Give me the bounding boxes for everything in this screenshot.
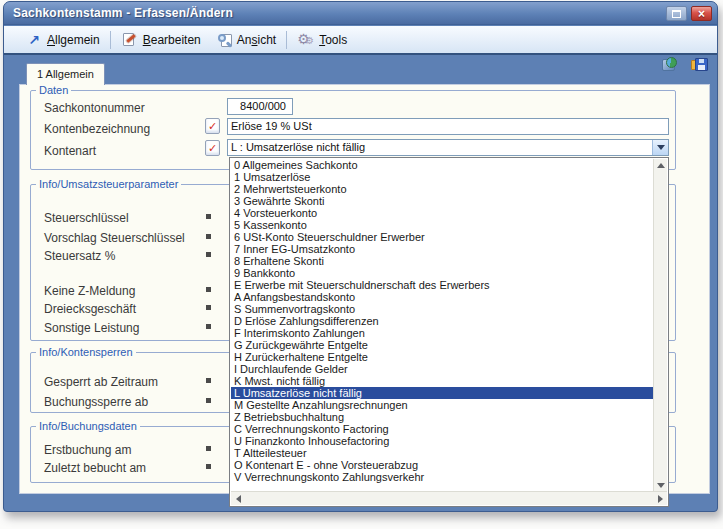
dropdown-item[interactable]: F Interimskonto Zahlungen bbox=[231, 327, 653, 339]
magnifier-icon bbox=[215, 32, 233, 48]
scroll-right-button[interactable] bbox=[653, 493, 667, 505]
dropdown-item[interactable]: S Summenvortragskonto bbox=[231, 303, 653, 315]
field-marker bbox=[206, 252, 211, 257]
label-keine-z-meldung: Keine Z-Meldung bbox=[44, 284, 135, 298]
toolbar-separator bbox=[286, 31, 287, 49]
dropdown-item[interactable]: T Altteilesteuer bbox=[231, 447, 653, 459]
dropdown-item[interactable]: 5 Kassenkonto bbox=[231, 219, 653, 231]
kontenart-dropdown-button[interactable] bbox=[652, 140, 668, 155]
restore-icon bbox=[672, 10, 681, 18]
dropdown-item[interactable]: I Durchlaufende Gelder bbox=[231, 363, 653, 375]
field-marker bbox=[206, 378, 211, 383]
field-marker bbox=[206, 214, 211, 219]
triangle-up-icon bbox=[657, 163, 665, 168]
dropdown-item[interactable]: C Verrechnungskonto Factoring bbox=[231, 423, 653, 435]
close-button[interactable]: × bbox=[691, 6, 712, 21]
toolbar-separator bbox=[110, 31, 111, 49]
kontenart-combobox-value: L : Umsatzerlöse nicht fällig bbox=[228, 140, 652, 155]
close-icon: × bbox=[698, 8, 705, 20]
kontenart-check-button[interactable]: ✓ bbox=[205, 140, 220, 156]
label-zuletzt-bebucht-am: Zuletzt bebucht am bbox=[44, 461, 146, 475]
kontenart-dropdown-list: 0 Allgemeines Sachkonto 1 Umsatzerlöse 2… bbox=[229, 157, 669, 507]
menu-bearbeiten-label: Bearbeiten bbox=[143, 33, 201, 47]
label-sachkontonummer: Sachkontonummer bbox=[44, 101, 145, 115]
menu-tools[interactable]: ⚙⚙ Tools bbox=[290, 30, 354, 50]
field-marker bbox=[206, 398, 211, 403]
menu-bearbeiten[interactable]: Bearbeiten bbox=[114, 30, 208, 50]
kontenart-combobox[interactable]: L : Umsatzerlöse nicht fällig bbox=[227, 139, 669, 156]
dropdown-item[interactable]: Z Betriebsbuchhaltung bbox=[231, 411, 653, 423]
dropdown-item[interactable]: G Zurückgewährte Entgelte bbox=[231, 339, 653, 351]
gears-icon: ⚙⚙ bbox=[297, 32, 315, 48]
group-daten-title: Daten bbox=[36, 84, 71, 96]
group-buchungsdaten-title: Info/Buchungsdaten bbox=[36, 420, 140, 432]
triangle-down-icon bbox=[657, 483, 665, 488]
dropdown-item[interactable]: 2 Mehrwertsteuerkonto bbox=[231, 183, 653, 195]
dropdown-item[interactable]: 8 Erhaltene Skonti bbox=[231, 255, 653, 267]
dropdown-item[interactable]: E Erwerbe mit Steuerschuldnerschaft des … bbox=[231, 279, 653, 291]
dropdown-item[interactable]: M Gestellte Anzahlungsrechnungen bbox=[231, 399, 653, 411]
triangle-right-icon bbox=[658, 495, 663, 503]
field-marker bbox=[206, 234, 211, 239]
menu-ansicht-label: Ansicht bbox=[237, 33, 276, 47]
menu-allgemein[interactable]: ↗ Allgemein bbox=[18, 30, 107, 50]
dropdown-item[interactable]: U Finanzkonto Inhousefactoring bbox=[231, 435, 653, 447]
tab-allgemein[interactable]: 1 Allgemein bbox=[26, 63, 105, 85]
dropdown-item[interactable]: K Mwst. nicht fällig bbox=[231, 375, 653, 387]
red-check-icon: ✓ bbox=[208, 142, 217, 155]
kontenbezeichnung-check-button[interactable]: ✓ bbox=[205, 118, 220, 134]
field-marker bbox=[206, 305, 211, 310]
sachkontonummer-input[interactable]: 8400/000 bbox=[227, 98, 293, 115]
label-vorschlag-steuerschluessel: Vorschlag Steuerschlüssel bbox=[44, 231, 185, 245]
globe-package-icon[interactable] bbox=[661, 56, 679, 74]
window-title: Sachkontenstamm - Erfassen/Ändern bbox=[13, 6, 233, 20]
dropdown-item[interactable]: 4 Vorsteuerkonto bbox=[231, 207, 653, 219]
label-sonstige-leistung: Sonstige Leistung bbox=[44, 321, 139, 335]
triangle-left-icon bbox=[236, 495, 241, 503]
label-kontenart: Kontenart bbox=[44, 144, 96, 158]
label-dreiecksgeschaeft: Dreiecksgeschäft bbox=[44, 302, 136, 316]
screen: Sachkontenstamm - Erfassen/Ändern × ↗ Al… bbox=[0, 0, 723, 529]
label-steuerschluessel: Steuerschlüssel bbox=[44, 211, 129, 225]
field-marker bbox=[206, 464, 211, 469]
field-marker bbox=[206, 324, 211, 329]
group-umsatzsteuerparameter-title: Info/Umsatzsteuerparameter bbox=[36, 178, 181, 190]
dropdown-item[interactable]: 1 Umsatzerlöse bbox=[231, 171, 653, 183]
vertical-scrollbar[interactable] bbox=[653, 159, 667, 491]
field-marker bbox=[206, 446, 211, 451]
dropdown-items: 0 Allgemeines Sachkonto 1 Umsatzerlöse 2… bbox=[231, 159, 653, 491]
toolbar: ↗ Allgemein Bearbeiten Ansicht ⚙⚙ bbox=[4, 26, 717, 55]
dropdown-item[interactable]: D Erlöse Zahlungsdifferenzen bbox=[231, 315, 653, 327]
kontenbezeichnung-input[interactable]: Erlöse 19 % USt bbox=[227, 118, 669, 135]
menu-ansicht[interactable]: Ansicht bbox=[208, 30, 283, 50]
dropdown-item[interactable]: L Umsatzerlöse nicht fällig bbox=[231, 387, 653, 399]
label-steuersatz: Steuersatz % bbox=[44, 249, 115, 263]
arrow-up-right-icon: ↗ bbox=[25, 32, 43, 48]
scroll-up-button[interactable] bbox=[654, 159, 668, 171]
dropdown-item[interactable]: H Zurückerhaltene Entgelte bbox=[231, 351, 653, 363]
label-erstbuchung-am: Erstbuchung am bbox=[44, 443, 131, 457]
field-marker bbox=[206, 287, 211, 292]
dropdown-item[interactable]: 6 USt-Konto Steuerschuldner Erwerber bbox=[231, 231, 653, 243]
dropdown-item[interactable]: 9 Bankkonto bbox=[231, 267, 653, 279]
dropdown-item[interactable]: O Kontenart E - ohne Vorsteuerabzug bbox=[231, 459, 653, 471]
label-gesperrt-ab-zeitraum: Gesperrt ab Zeitraum bbox=[44, 375, 158, 389]
chevron-down-icon bbox=[657, 145, 665, 150]
horizontal-scrollbar[interactable] bbox=[231, 491, 667, 505]
scroll-left-button[interactable] bbox=[231, 493, 245, 505]
red-check-icon: ✓ bbox=[208, 120, 217, 133]
dropdown-item[interactable]: V Verrechnungskonto Zahlungsverkehr bbox=[231, 471, 653, 483]
label-buchungssperre-ab: Buchungssperre ab bbox=[44, 395, 148, 409]
dropdown-item[interactable]: 3 Gewährte Skonti bbox=[231, 195, 653, 207]
group-kontensperren-title: Info/Kontensperren bbox=[36, 346, 136, 358]
dropdown-item[interactable]: 0 Allgemeines Sachkonto bbox=[231, 159, 653, 171]
menu-allgemein-label: Allgemein bbox=[47, 33, 100, 47]
restore-button[interactable] bbox=[666, 6, 687, 21]
menu-tools-label: Tools bbox=[319, 33, 347, 47]
dropdown-item[interactable]: 7 Inner EG-Umsatzkonto bbox=[231, 243, 653, 255]
dropdown-item[interactable]: A Anfangsbestandskonto bbox=[231, 291, 653, 303]
save-icon[interactable] bbox=[691, 56, 709, 74]
label-kontenbezeichnung: Kontenbezeichnung bbox=[44, 122, 150, 136]
scroll-down-button[interactable] bbox=[654, 479, 668, 491]
edit-tool-icon bbox=[121, 32, 139, 48]
